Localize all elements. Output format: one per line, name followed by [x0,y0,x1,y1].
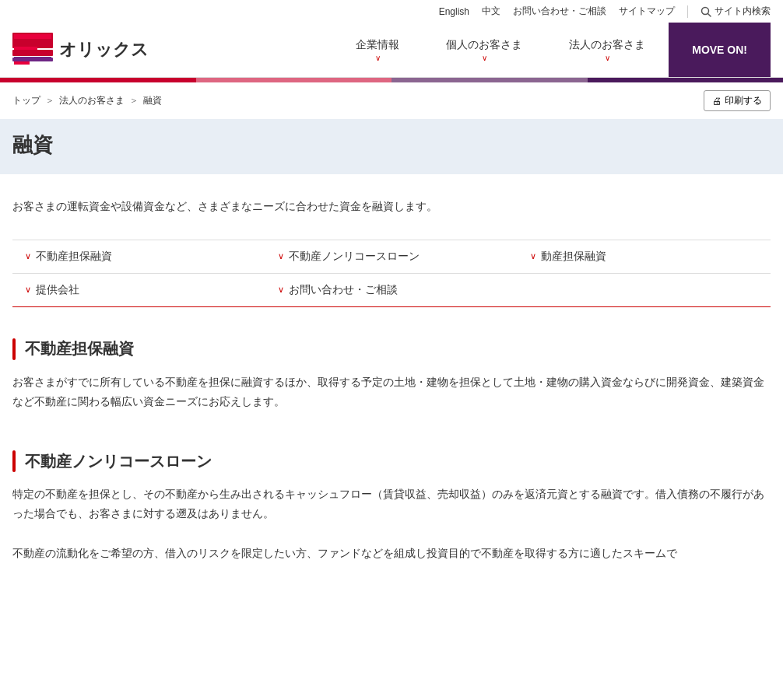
breadcrumb-sep-2: ＞ [129,94,139,107]
svg-rect-11 [14,61,30,65]
chevron-down-icon: ∨ [25,251,31,261]
section-title-real-estate: 不動産担保融資 [12,338,771,360]
page-description: お客さまの運転資金や設備資金など、さまざまなニーズに合わせた資金を融資します。 [0,190,783,240]
chevron-down-icon: ∨ [278,285,284,295]
svg-rect-6 [14,34,51,39]
nav-label-corporate: 法人のお客さま [569,38,645,52]
breadcrumb-corporate[interactable]: 法人のお客さま [59,94,125,107]
toc-row-1: ∨ 不動産担保融資 ∨ 不動産ノンリコースローン ∨ 動産担保融資 [12,240,771,273]
english-link[interactable]: English [439,6,469,17]
printer-icon: 🖨 [712,96,722,107]
chevron-down-icon: ∨ [605,54,610,62]
breadcrumb-current: 融資 [143,94,162,107]
color-bar [0,78,783,82]
nav-label-company: 企業情報 [356,38,399,52]
section-title-bar [12,338,16,360]
color-segment-3 [392,78,588,82]
svg-rect-7 [14,40,51,45]
toc-label-provider: 提供会社 [36,283,79,297]
section-real-estate: 不動産担保融資 お客さまがすでに所有している不動産を担保に融資するほか、取得する… [0,315,783,427]
section-heading-non-recourse: 不動産ノンリコースローン [25,451,212,472]
section-title-bar-2 [12,450,16,472]
toc-item-contact[interactable]: ∨ お問い合わせ・ご相談 [265,274,518,306]
color-segment-4 [588,78,784,82]
main-header: オリックス 企業情報 ∨ 個人のお客さま ∨ 法人のお客さま ∨ MOVE ON… [0,23,783,78]
top-utility-bar: English 中文 お問い合わせ・ご相談 サイトマップ サイト内検索 [0,0,783,23]
page-title: 融資 [12,131,771,159]
orix-logo-icon [12,33,53,67]
nav-item-company[interactable]: 企業情報 ∨ [332,23,423,77]
color-segment-1 [0,78,196,82]
breadcrumb: トップ ＞ 法人のお客さま ＞ 融資 [12,94,162,107]
section-body-real-estate: お客さまがすでに所有している不動産を担保に融資するほか、取得する予定の土地・建物… [12,373,771,411]
description-text: お客さまの運転資金や設備資金など、さまざまなニーズに合わせた資金を融資します。 [12,198,771,216]
svg-rect-8 [14,47,37,50]
toc-item-real-estate[interactable]: ∨ 不動産担保融資 [12,240,265,273]
chevron-down-icon: ∨ [482,54,487,62]
nav-item-corporate[interactable]: 法人のお客さま ∨ [546,23,669,77]
svg-rect-9 [14,51,51,55]
section-text-non-recourse-2: 不動産の流動化をご希望の方、借入のリスクを限定したい方、ファンドなどを組成し投資… [12,544,771,563]
nav-item-moveon[interactable]: MOVE ON! [669,23,771,77]
logo-text: オリックス [59,38,149,61]
divider [687,5,688,18]
toc-row-2: ∨ 提供会社 ∨ お問い合わせ・ご相談 [12,273,771,307]
page-title-bar: 融資 [0,119,783,174]
sitemap-link[interactable]: サイトマップ [619,5,675,18]
breadcrumb-sep-1: ＞ [45,94,54,107]
print-button[interactable]: 🖨 印刷する [704,90,771,111]
nav-label-personal: 個人のお客さま [446,38,522,52]
svg-rect-10 [14,57,51,60]
print-label: 印刷する [725,94,762,107]
main-nav: 企業情報 ∨ 個人のお客さま ∨ 法人のお客さま ∨ MOVE ON! [153,23,771,77]
breadcrumb-top[interactable]: トップ [12,94,40,107]
contact-link[interactable]: お問い合わせ・ご相談 [513,5,606,18]
chevron-down-icon: ∨ [278,251,284,261]
toc-section: ∨ 不動産担保融資 ∨ 不動産ノンリコースローン ∨ 動産担保融資 ∨ 提供会社… [0,240,783,307]
chevron-down-icon: ∨ [530,251,536,261]
search-area[interactable]: サイト内検索 [700,5,771,18]
toc-label-non-recourse: 不動産ノンリコースローン [289,250,420,264]
chinese-link[interactable]: 中文 [482,5,500,18]
section-non-recourse: 不動産ノンリコースローン 特定の不動産を担保とし、その不動産から生み出されるキャ… [0,427,783,579]
search-icon [700,6,711,17]
toc-item-non-recourse[interactable]: ∨ 不動産ノンリコースローン [265,240,518,273]
nav-label-moveon: MOVE ON! [692,44,747,56]
section-text-real-estate: お客さまがすでに所有している不動産を担保に融資するほか、取得する予定の土地・建物… [12,373,771,411]
chevron-down-icon: ∨ [375,54,381,62]
section-text-non-recourse-1: 特定の不動産を担保とし、その不動産から生み出されるキャッシュフロー（賃貸収益、売… [12,485,771,523]
color-segment-2 [196,78,392,82]
nav-item-personal[interactable]: 個人のお客さま ∨ [423,23,546,77]
svg-line-1 [708,13,711,16]
section-body-non-recourse: 特定の不動産を担保とし、その不動産から生み出されるキャッシュフロー（賃貸収益、売… [12,485,771,563]
section-heading-real-estate: 不動産担保融資 [25,338,134,359]
section-title-non-recourse: 不動産ノンリコースローン [12,450,771,472]
toc-label-movable: 動産担保融資 [541,250,606,264]
toc-item-movable[interactable]: ∨ 動産担保融資 [518,240,771,273]
logo-area[interactable]: オリックス [12,25,153,75]
toc-label-real-estate: 不動産担保融資 [36,250,112,264]
toc-item-provider[interactable]: ∨ 提供会社 [12,274,265,306]
toc-label-contact: お問い合わせ・ご相談 [289,283,398,297]
search-label: サイト内検索 [715,5,771,18]
breadcrumb-bar: トップ ＞ 法人のお客さま ＞ 融資 🖨 印刷する [0,82,783,119]
chevron-down-icon: ∨ [25,285,31,295]
